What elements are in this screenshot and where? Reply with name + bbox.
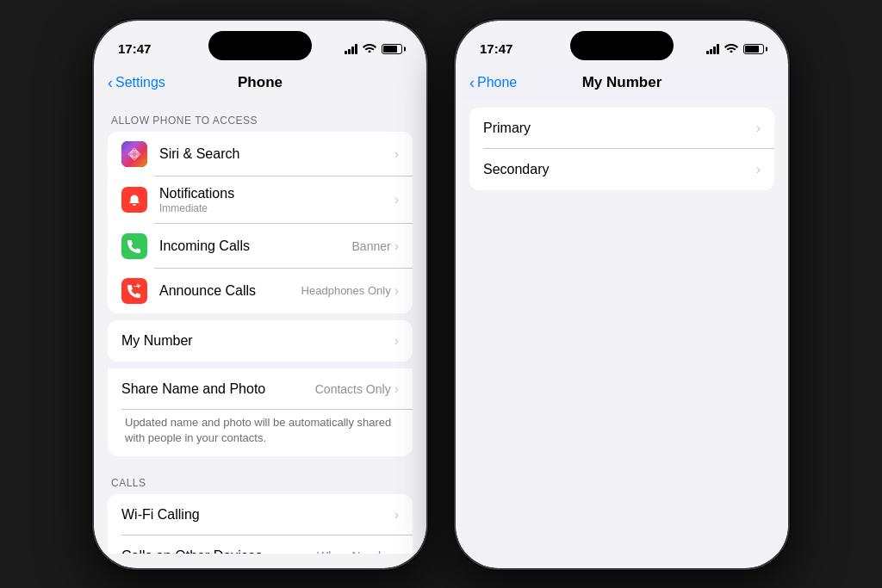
battery-icon-right <box>743 44 764 54</box>
my-number-label: My Number <box>121 333 394 349</box>
siri-right: › <box>394 146 399 162</box>
battery-icon-left <box>382 44 402 54</box>
siri-chevron: › <box>394 146 399 162</box>
phone-right-screen: 17:47 <box>456 21 788 568</box>
phones-container: 17:47 <box>92 19 790 570</box>
back-chevron-right: ‹ <box>469 74 475 92</box>
back-label-left: Settings <box>115 75 165 90</box>
announce-calls-value: Headphones Only <box>301 284 391 297</box>
primary-label: Primary <box>483 121 756 136</box>
incoming-calls-chevron: › <box>394 238 399 254</box>
announce-calls-row[interactable]: Announce Calls Headphones Only › <box>108 269 413 313</box>
calls-group: Wi-Fi Calling › Calls on Other Devices W… <box>108 494 413 554</box>
siri-row[interactable]: Siri & Search › <box>108 132 413 176</box>
notifications-content: Notifications Immediate <box>159 186 394 214</box>
incoming-calls-row[interactable]: Incoming Calls Banner › <box>108 224 413 269</box>
secondary-row[interactable]: Secondary › <box>469 149 774 190</box>
nav-title-left: Phone <box>238 74 283 91</box>
wifi-calling-chevron: › <box>394 507 399 523</box>
back-label-right: Phone <box>477 75 517 90</box>
wifi-icon-left <box>363 42 376 55</box>
share-value: Contacts Only <box>315 382 391 396</box>
status-icons-right <box>706 42 764 55</box>
my-number-settings-content: Primary › Secondary › <box>456 101 788 554</box>
wifi-calling-label: Wi-Fi Calling <box>121 507 394 523</box>
calls-other-right: When Nearby › <box>317 548 399 554</box>
wifi-calling-content: Wi-Fi Calling <box>121 507 394 523</box>
notifications-label: Notifications <box>159 186 394 201</box>
settings-content-left: ALLOW PHONE TO ACCESS Siri & Searc <box>94 101 426 554</box>
primary-right: › <box>756 121 761 136</box>
dynamic-island-right <box>570 31 674 60</box>
phone-left: 17:47 <box>92 19 428 570</box>
notifications-subtitle: Immediate <box>159 202 394 214</box>
incoming-calls-label: Incoming Calls <box>159 238 352 254</box>
primary-content: Primary <box>483 121 756 136</box>
incoming-calls-icon <box>121 233 147 259</box>
calls-other-label: Calls on Other Devices <box>121 548 317 554</box>
signal-icon-right <box>706 44 719 54</box>
status-icons-left <box>345 42 402 55</box>
siri-icon <box>121 141 147 167</box>
secondary-content: Secondary <box>483 162 756 177</box>
calls-other-chevron: › <box>394 548 399 554</box>
announce-calls-label: Announce Calls <box>159 283 301 299</box>
phone-right: 17:47 <box>454 19 790 570</box>
secondary-label: Secondary <box>483 162 756 177</box>
calls-other-value: When Nearby <box>317 549 391 554</box>
calls-other-row[interactable]: Calls on Other Devices When Nearby › <box>108 535 413 554</box>
announce-calls-icon <box>121 278 147 304</box>
time-right: 17:47 <box>480 41 512 56</box>
back-button-right[interactable]: ‹ Phone <box>469 74 517 92</box>
share-description: Updated name and photo will be automatic… <box>108 410 413 456</box>
notifications-chevron: › <box>394 192 399 207</box>
wifi-calling-right: › <box>394 507 399 523</box>
announce-calls-chevron: › <box>394 283 399 299</box>
signal-icon-left <box>345 44 357 54</box>
phone-left-screen: 17:47 <box>94 21 426 568</box>
primary-row[interactable]: Primary › <box>469 108 774 149</box>
section-allow-label: ALLOW PHONE TO ACCESS <box>94 101 426 132</box>
section-calls-label: CALLS <box>94 463 426 494</box>
my-number-content: My Number <box>121 333 394 349</box>
allow-access-group: Siri & Search › <box>108 132 413 313</box>
my-number-items-group: Primary › Secondary › <box>469 108 774 190</box>
share-label: Share Name and Photo <box>121 381 315 397</box>
my-number-row[interactable]: My Number › <box>108 320 413 362</box>
wifi-calling-row[interactable]: Wi-Fi Calling › <box>108 494 413 535</box>
incoming-calls-right: Banner › <box>352 238 399 254</box>
primary-chevron: › <box>756 121 761 136</box>
share-group: Share Name and Photo Contacts Only › Upd… <box>108 368 413 456</box>
nav-bar-left: ‹ Settings Phone <box>94 71 426 101</box>
back-chevron-left: ‹ <box>108 74 113 92</box>
secondary-right: › <box>756 162 761 177</box>
dynamic-island-left <box>208 31 312 60</box>
secondary-chevron: › <box>756 162 761 177</box>
my-number-group: My Number › <box>108 320 413 362</box>
nav-bar-right: ‹ Phone My Number <box>456 71 788 101</box>
incoming-calls-content: Incoming Calls <box>159 238 352 254</box>
nav-title-right: My Number <box>582 74 662 91</box>
notifications-right: › <box>394 192 399 207</box>
share-right: Contacts Only › <box>315 381 399 397</box>
siri-content: Siri & Search <box>159 146 394 162</box>
share-chevron: › <box>394 381 399 397</box>
incoming-calls-value: Banner <box>352 239 391 253</box>
announce-calls-content: Announce Calls <box>159 283 301 299</box>
share-row[interactable]: Share Name and Photo Contacts Only › <box>108 368 413 410</box>
my-number-chevron: › <box>394 333 399 349</box>
share-content: Share Name and Photo <box>121 381 315 397</box>
time-left: 17:47 <box>118 41 151 56</box>
wifi-icon-right <box>724 42 738 55</box>
my-number-right: › <box>394 333 399 349</box>
back-button-left[interactable]: ‹ Settings <box>108 74 165 92</box>
notifications-row[interactable]: Notifications Immediate › <box>108 176 413 224</box>
calls-other-content: Calls on Other Devices <box>121 548 317 554</box>
announce-calls-right: Headphones Only › <box>301 283 399 299</box>
notifications-icon <box>121 187 147 213</box>
siri-label: Siri & Search <box>159 146 394 162</box>
